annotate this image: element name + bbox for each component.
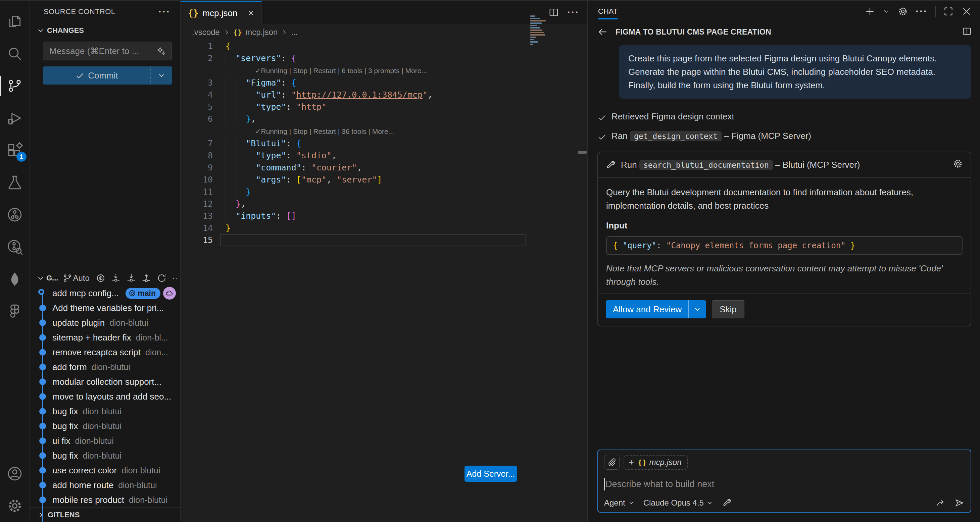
commit-row[interactable]: bug fixdion-blutui xyxy=(30,404,180,419)
new-chat-icon[interactable] xyxy=(865,6,875,17)
commit-row[interactable]: add home routedion-blutui xyxy=(30,478,180,492)
code-line-3[interactable]: 3 "Figma": { xyxy=(181,77,587,89)
minimap[interactable] xyxy=(530,16,561,45)
fetch-icon[interactable] xyxy=(111,273,121,283)
activity-bar-item-extensions[interactable]: 1 xyxy=(0,134,30,167)
activity-bar-item-search[interactable] xyxy=(0,38,30,70)
code-line-13[interactable]: 13 "inputs": [] xyxy=(181,210,587,222)
commit-row[interactable]: ui fixdion-blutui xyxy=(30,433,180,448)
activity-bar-item-mongodb[interactable] xyxy=(0,263,30,295)
branch-picker[interactable]: Auto xyxy=(63,273,89,283)
commit-row[interactable]: mobile res productdion-blutui xyxy=(30,492,180,507)
chevron-down-icon[interactable] xyxy=(883,8,890,15)
code-editor[interactable]: 1{2 "servers": {✓Running | Stop | Restar… xyxy=(181,40,587,522)
code-line-2[interactable]: 2 "servers": { xyxy=(181,52,587,64)
code-line-9[interactable]: 9 "command": "courier", xyxy=(181,162,587,174)
breadcrumb[interactable]: .vscode {} mcp.json ... xyxy=(181,24,587,40)
chat-conversation[interactable]: Create this page from the selected Figma… xyxy=(588,41,980,449)
code-line-6[interactable]: 6 }, xyxy=(181,113,587,125)
activity-bar-item-settings[interactable] xyxy=(0,490,30,522)
tab-mcp-json[interactable]: {} mcp.json xyxy=(181,1,262,24)
commit-row[interactable]: Add theme variables for pri... xyxy=(30,301,180,315)
gitlens-section-header[interactable]: GITLENS xyxy=(30,507,180,522)
allow-button-label[interactable]: Allow and Review xyxy=(606,304,688,315)
activity-bar-item-testing[interactable] xyxy=(0,167,30,198)
activity-bar-item-account[interactable] xyxy=(0,458,30,490)
more-actions-icon[interactable]: ··· xyxy=(567,9,579,16)
more-actions-icon[interactable]: ··· xyxy=(172,273,177,283)
back-arrow-icon[interactable] xyxy=(597,27,608,37)
refresh-icon[interactable] xyxy=(157,273,167,283)
commit-button[interactable]: Commit xyxy=(43,67,172,84)
graph-section-header[interactable]: G... Auto ··· xyxy=(30,270,180,286)
tab-chat[interactable]: CHAT xyxy=(598,1,617,22)
tool-step[interactable]: Ran get_design_context – Figma (MCP Serv… xyxy=(597,131,971,141)
maximize-icon[interactable] xyxy=(943,6,954,17)
codelens-actions[interactable]: ✓Running | Stop | Restart | 36 tools | M… xyxy=(181,125,587,138)
code-line-1[interactable]: 1{ xyxy=(181,40,587,52)
sparkle-icon[interactable] xyxy=(155,45,167,57)
code-line-12[interactable]: 12 }, xyxy=(181,198,587,210)
commit-row[interactable]: bug fixdion-blutui xyxy=(30,448,180,463)
close-icon[interactable] xyxy=(247,9,255,17)
skip-button[interactable]: Skip xyxy=(712,300,745,318)
code-line-15[interactable]: 15 xyxy=(181,234,587,246)
tool-settings[interactable] xyxy=(953,158,963,171)
commit-row[interactable]: modular collection support... xyxy=(30,374,180,389)
attach-context-button[interactable] xyxy=(604,455,620,470)
more-actions-icon[interactable]: ··· xyxy=(916,8,928,15)
chat-input[interactable]: Describe what to build next xyxy=(604,476,964,492)
code-line-14[interactable]: 14} xyxy=(181,222,587,234)
breadcrumb-folder[interactable]: .vscode xyxy=(192,27,220,37)
commit-row[interactable]: update plugindion-blutui xyxy=(30,315,180,330)
commit-button-main[interactable]: Commit xyxy=(43,70,150,81)
code-line-5[interactable]: 5 "type": "http" xyxy=(181,101,587,113)
push-icon[interactable] xyxy=(141,273,151,283)
more-actions-icon[interactable]: ··· xyxy=(158,8,170,15)
mode-picker[interactable]: Agent xyxy=(604,498,635,508)
commit-row[interactable]: move to layouts and add seo... xyxy=(30,389,180,404)
model-picker[interactable]: Claude Opus 4.5 xyxy=(643,498,713,508)
pull-icon[interactable] xyxy=(126,273,136,283)
breadcrumb-file[interactable]: mcp.json xyxy=(245,27,278,37)
commit-message-input[interactable]: Message (⌘Enter to ... xyxy=(43,41,172,60)
forward-arrow-icon[interactable] xyxy=(936,498,946,508)
activity-bar-item-gitlens[interactable] xyxy=(0,231,30,263)
commit-row[interactable]: bug fixdion-blutui xyxy=(30,419,180,433)
allow-dropdown-button[interactable] xyxy=(688,300,706,318)
add-server-button[interactable]: Add Server... xyxy=(465,466,517,482)
activity-bar-item-files[interactable] xyxy=(0,5,30,38)
chat-composer[interactable]: {} mcp.json Describe what to build next … xyxy=(597,449,971,512)
activity-bar-item-figma[interactable] xyxy=(0,295,30,327)
close-icon[interactable] xyxy=(961,6,972,17)
commit-row[interactable]: add mcp config...main xyxy=(30,286,180,301)
tool-step[interactable]: Retrieved Figma design context xyxy=(597,111,971,122)
commit-dropdown-button[interactable] xyxy=(150,67,172,84)
commit-row[interactable]: add formdion-blutui xyxy=(30,360,180,374)
cloud-badge[interactable] xyxy=(163,287,176,300)
commit-row[interactable]: use correct colordion-blutui xyxy=(30,463,180,478)
code-line-7[interactable]: 7 "Blutui": { xyxy=(181,138,587,150)
allow-and-review-button[interactable]: Allow and Review xyxy=(606,300,706,318)
code-line-4[interactable]: 4 "url": "http://127.0.0.1:3845/mcp", xyxy=(181,89,587,101)
commit-row[interactable]: remove recaptca scriptdion... xyxy=(30,345,180,360)
gear-icon[interactable] xyxy=(897,6,908,17)
context-file-chip[interactable]: {} mcp.json xyxy=(624,455,688,470)
breadcrumb-symbol[interactable]: ... xyxy=(291,27,298,37)
code-line-8[interactable]: 8 "type": "stdio", xyxy=(181,150,587,162)
commit-row[interactable]: sitemap + header fixdion-bl... xyxy=(30,330,180,345)
code-line-11[interactable]: 11 } xyxy=(181,186,587,198)
activity-bar-item-git-graph[interactable] xyxy=(0,198,30,231)
branch-badge[interactable]: main xyxy=(126,288,161,299)
tools-icon[interactable] xyxy=(722,498,732,508)
target-icon[interactable] xyxy=(95,273,106,283)
changes-section-header[interactable]: CHANGES xyxy=(30,23,180,38)
activity-bar-item-source-control[interactable] xyxy=(0,70,30,102)
code-line-10[interactable]: 10 "args": ["mcp", "server"] xyxy=(181,174,587,186)
codelens-actions[interactable]: ✓Running | Stop | Restart | 6 tools | 3 … xyxy=(181,64,587,77)
open-in-editor[interactable] xyxy=(962,26,972,38)
send-icon[interactable] xyxy=(955,498,964,508)
activity-bar-item-run-debug[interactable] xyxy=(0,102,30,134)
codelens-text[interactable]: ✓Running | Stop | Restart | 36 tools | M… xyxy=(242,125,394,138)
codelens-text[interactable]: ✓Running | Stop | Restart | 6 tools | 3 … xyxy=(242,64,427,77)
